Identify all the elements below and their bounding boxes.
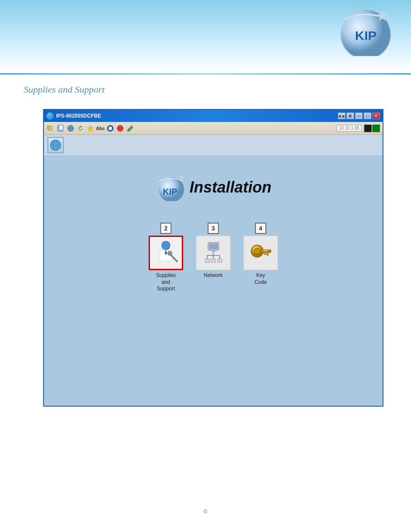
window-app-icon [47,112,53,119]
installation-title-text: Installation [190,178,271,196]
toolbar-icon-wrench[interactable] [126,124,134,133]
color-block-dark [364,124,372,132]
svg-rect-32 [212,250,215,252]
page-title: Supplies and Support [0,75,411,105]
svg-rect-44 [267,252,268,255]
item-label-network: Network [204,272,223,279]
item-label-supplies: SuppliesandSupport [156,272,176,292]
svg-rect-6 [59,125,63,130]
toolbar-icon-copy[interactable] [56,124,65,133]
window-close-btn[interactable]: ✕ [372,112,380,119]
svg-point-42 [254,248,260,254]
installation-header: KIP Installation [155,173,271,201]
toolbar-icon-globe[interactable] [66,124,75,133]
install-item-keycode[interactable]: 4 [241,223,280,286]
svg-rect-4 [49,127,52,131]
item-label-keycode: KeyCode [255,272,267,286]
kip-logo-small: KIP [155,173,185,201]
svg-rect-40 [218,259,222,262]
header-background: KIP [0,0,411,73]
window-controls: ◄► ⊞ — □ ✕ [338,112,380,119]
svg-point-29 [168,251,172,255]
ip-display: 10.10.1.65 [337,125,361,131]
copyright-symbol: © [204,509,208,515]
svg-text:KIP: KIP [355,28,377,43]
svg-rect-43 [262,250,271,252]
toolbar-icon-star[interactable] [86,124,95,133]
item-box-network[interactable] [196,236,230,270]
color-block-green [372,124,380,132]
svg-point-12 [109,127,112,130]
window-title-text: IPS-862005DCFBE [56,113,101,119]
toolbar-icon-refresh[interactable] [76,124,85,133]
window-toolbar: Abc 10.10.1 [44,122,383,135]
install-item-network[interactable]: 3 [194,223,233,279]
item-number-3: 3 [208,223,219,234]
svg-rect-31 [209,243,218,249]
window-minimize-btn[interactable]: — [355,112,363,119]
svg-text:KIP: KIP [163,187,177,196]
svg-rect-45 [264,252,266,255]
kip-logo: KIP [336,6,392,54]
toolbar-icons: Abc [47,124,134,133]
window-titlebar: IPS-862005DCFBE ◄► ⊞ — □ ✕ [44,110,383,122]
window-title-left: IPS-862005DCFBE [47,112,101,119]
globe-button[interactable] [47,137,64,153]
globe-toolbar-row [44,135,383,156]
window-maximize-btn[interactable]: ⊞ [346,112,354,119]
toolbar-icon-circle[interactable] [106,124,115,133]
svg-rect-38 [205,259,209,262]
install-items-row: 2 [146,223,280,292]
install-item-supplies[interactable]: 2 [146,223,185,292]
toolbar-icon-abc[interactable]: Abc [96,124,105,133]
window-resize-btn[interactable]: ◄► [338,112,346,119]
svg-marker-10 [87,125,93,131]
svg-rect-39 [211,259,215,262]
window-restore-btn[interactable]: □ [364,112,371,119]
application-window: IPS-862005DCFBE ◄► ⊞ — □ ✕ [43,109,383,407]
item-box-keycode[interactable] [243,236,278,270]
window-content: KIP Installation 2 [44,156,383,406]
item-box-supplies[interactable] [149,236,183,270]
toolbar-right: 10.10.1.65 [337,124,380,132]
footer: © [0,509,411,515]
color-blocks [364,124,380,132]
item-number-4: 4 [255,223,266,234]
toolbar-icon-globe2[interactable] [116,124,125,133]
toolbar-icon-link[interactable] [47,124,55,133]
item-number-2: 2 [160,223,171,234]
